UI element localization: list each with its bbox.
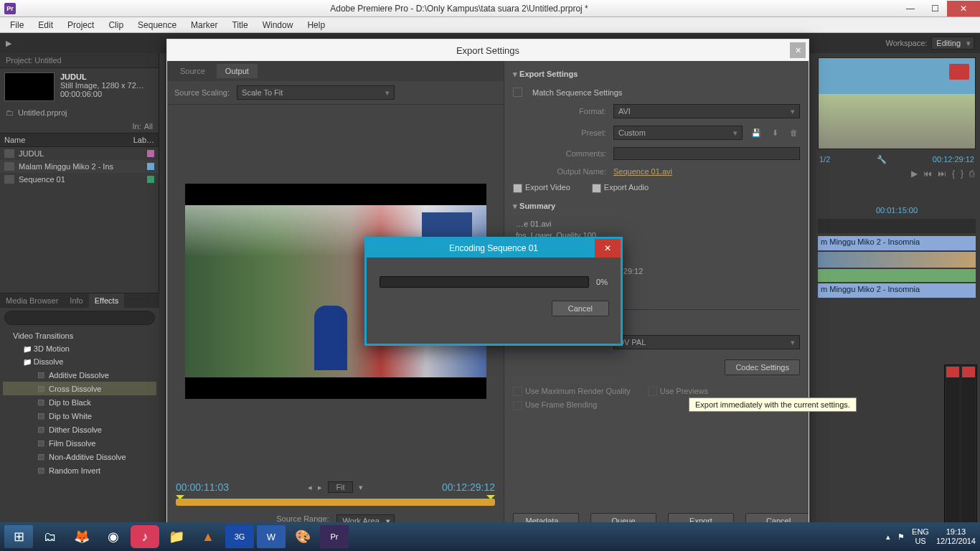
selection-tool-icon[interactable]: ▶	[6, 39, 11, 48]
play-icon[interactable]: ▶	[911, 169, 918, 179]
menu-title[interactable]: Title	[226, 19, 253, 32]
menu-marker[interactable]: Marker	[185, 19, 223, 32]
preset-dropdown[interactable]: Custom	[613, 126, 743, 140]
filter-in-value[interactable]: All	[144, 122, 153, 131]
effects-search[interactable]	[4, 311, 155, 325]
delete-preset-icon[interactable]: 🗑	[787, 128, 800, 138]
label-swatch[interactable]	[147, 150, 154, 157]
taskbar-firefox-icon[interactable]: 🦊	[67, 525, 96, 548]
section-export-settings[interactable]: Export Settings	[513, 67, 800, 82]
workspace-dropdown[interactable]: Editing	[931, 37, 974, 50]
encoding-cancel-button[interactable]: Cancel	[552, 301, 609, 316]
in-timecode[interactable]: 00:00:11:03	[176, 481, 229, 493]
menu-help[interactable]: Help	[301, 19, 331, 32]
tree-folder[interactable]: 3D Motion	[3, 342, 156, 355]
export-audio-checkbox[interactable]	[592, 184, 601, 193]
export-video-checkbox[interactable]	[513, 184, 522, 193]
minimize-button[interactable]	[898, 1, 923, 17]
effect-item[interactable]: Non-Additive Dissolve	[3, 450, 156, 463]
chevron-down-icon[interactable]: ▾	[359, 483, 363, 492]
output-name-link[interactable]: Sequence 01.avi	[613, 167, 800, 176]
export-frame-icon[interactable]: ⎙	[969, 169, 974, 179]
program-preview[interactable]	[818, 57, 976, 149]
effect-item[interactable]: Dip to White	[3, 409, 156, 423]
video-clip[interactable]: m Minggu Miko 2 - Insomnia	[818, 283, 976, 298]
menu-project[interactable]: Project	[62, 19, 100, 32]
effect-item[interactable]: Cross Dissolve	[3, 382, 156, 395]
tray-time[interactable]: 19:13	[936, 527, 976, 537]
encoding-close-button[interactable]: ✕	[595, 239, 621, 258]
menu-file[interactable]: File	[4, 19, 29, 32]
list-item[interactable]: JUDUL	[0, 147, 159, 160]
tray-kbd[interactable]: US	[912, 537, 929, 546]
format-dropdown[interactable]: AVI	[613, 104, 800, 118]
tree-folder[interactable]: Dissolve	[3, 355, 156, 368]
taskbar-chrome-icon[interactable]: ◉	[99, 525, 128, 548]
tray-up-icon[interactable]: ▴	[886, 532, 890, 542]
play-icon[interactable]: ▸	[318, 483, 322, 492]
tab-effects[interactable]: Effects	[89, 293, 124, 308]
tab-info[interactable]: Info	[64, 293, 88, 308]
effect-item[interactable]: Additive Dissolve	[3, 368, 156, 382]
effect-item[interactable]: Dither Dissolve	[3, 423, 156, 436]
mark-out-icon[interactable]: }	[961, 169, 963, 179]
menu-clip[interactable]: Clip	[103, 19, 129, 32]
video-clip[interactable]: m Minggu Miko 2 - Insomnia	[818, 236, 976, 250]
taskbar-premiere-icon[interactable]: Pr	[320, 525, 349, 548]
range-slider[interactable]	[176, 499, 495, 506]
tab-source[interactable]: Source	[171, 64, 214, 78]
maximize-button[interactable]	[923, 1, 947, 17]
section-summary[interactable]: Summary	[513, 199, 800, 214]
list-item[interactable]: Malam Minggu Miko 2 - Ins	[0, 160, 159, 173]
tab-media-browser[interactable]: Media Browser	[0, 293, 64, 308]
tree-category[interactable]: Video Transitions	[3, 329, 156, 342]
comments-input[interactable]	[613, 147, 800, 160]
close-window-button[interactable]	[947, 1, 980, 17]
effect-item[interactable]: Random Invert	[3, 463, 156, 477]
save-preset-icon[interactable]: 💾	[750, 128, 763, 138]
mark-in-icon[interactable]: {	[952, 169, 955, 179]
col-label[interactable]: Lab…	[129, 133, 159, 146]
source-scaling-dropdown[interactable]: Scale To Fit	[237, 85, 395, 100]
taskbar-word-icon[interactable]: W	[257, 525, 286, 548]
max-quality-checkbox[interactable]	[513, 387, 522, 396]
tab-output[interactable]: Output	[217, 64, 258, 78]
list-item[interactable]: Sequence 01	[0, 173, 159, 186]
wrench-icon[interactable]: 🔧	[877, 155, 887, 164]
tray-lang[interactable]: ENG	[912, 527, 929, 537]
dialog-close-button[interactable]: ✕	[790, 42, 806, 58]
codec-settings-button[interactable]: Codec Settings	[725, 359, 800, 375]
match-sequence-checkbox[interactable]	[513, 88, 522, 97]
tray-flag-icon[interactable]: ⚑	[897, 532, 905, 542]
taskbar-vlc-icon[interactable]: ▲	[194, 525, 222, 548]
start-button[interactable]: ⊞	[4, 525, 33, 548]
label-swatch[interactable]	[147, 176, 154, 183]
use-previews-checkbox[interactable]	[648, 387, 657, 396]
taskbar-explorer-icon[interactable]: 🗂	[36, 525, 65, 548]
taskbar-paint-icon[interactable]: 🎨	[288, 525, 317, 548]
taskbar-3g-icon[interactable]: 3G	[225, 525, 254, 548]
menu-window[interactable]: Window	[257, 19, 299, 32]
effect-item[interactable]: Dip to Black	[3, 395, 156, 409]
video-clip-thumb[interactable]	[818, 252, 976, 268]
frame-blending-checkbox[interactable]	[513, 401, 522, 410]
bin-icon[interactable]: 🗀	[6, 108, 14, 117]
taskbar-folder-icon[interactable]: 📁	[162, 525, 191, 548]
effect-item[interactable]: Film Dissolve	[3, 436, 156, 450]
label-swatch[interactable]	[147, 163, 154, 170]
tray-date[interactable]: 12/12/2014	[936, 537, 976, 546]
fit-dropdown[interactable]: Fit	[328, 481, 352, 493]
step-back-icon[interactable]: ⏮	[923, 169, 932, 179]
timeline-ruler[interactable]	[818, 219, 976, 233]
audio-clip[interactable]	[818, 269, 976, 282]
import-preset-icon[interactable]: ⬇	[768, 128, 781, 138]
step-back-icon[interactable]: ◂	[308, 483, 312, 492]
step-fwd-icon[interactable]: ⏭	[938, 169, 946, 179]
taskbar-itunes-icon[interactable]: ♪	[131, 525, 159, 548]
col-name[interactable]: Name	[0, 133, 129, 146]
out-timecode[interactable]: 00:12:29:12	[442, 481, 495, 493]
menu-edit[interactable]: Edit	[32, 19, 59, 32]
program-scale[interactable]: 1/2	[819, 155, 830, 164]
menu-sequence[interactable]: Sequence	[132, 19, 182, 32]
video-codec-dropdown[interactable]: DV PAL	[613, 335, 800, 349]
